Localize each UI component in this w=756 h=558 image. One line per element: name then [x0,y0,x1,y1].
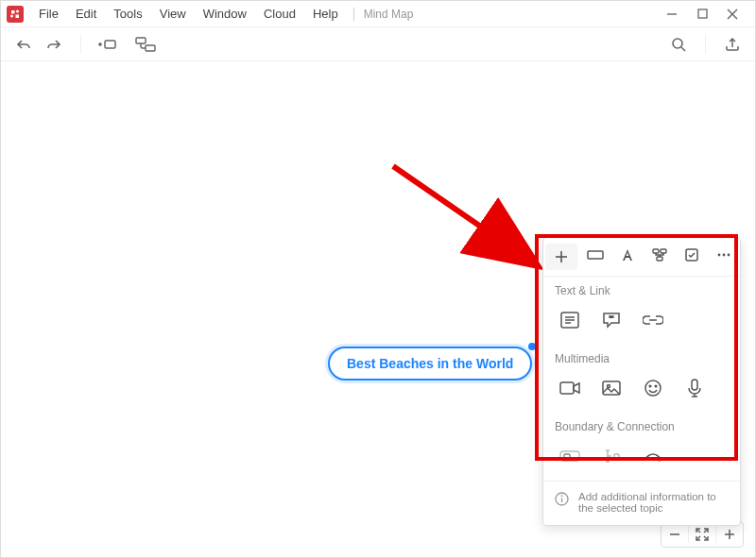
redo-button[interactable] [43,33,65,56]
panel-section-multimedia: Multimedia [543,345,740,413]
svg-point-22 [723,254,726,257]
svg-rect-35 [692,380,697,390]
panel-section-title: Multimedia [555,352,729,365]
svg-point-33 [649,385,651,387]
menu-window[interactable]: Window [196,3,254,25]
svg-rect-37 [564,454,570,458]
search-button[interactable] [667,33,690,56]
window-close-button[interactable] [725,7,740,22]
insert-link-button[interactable] [638,307,668,333]
central-topic[interactable]: Best Beaches in the World [328,347,532,380]
svg-rect-8 [105,41,115,48]
panel-footer-text: Add additional information to the select… [578,491,729,514]
menu-edit[interactable]: Edit [68,3,104,25]
insert-image-button[interactable] [596,375,627,401]
add-subtopic-button[interactable] [134,33,157,56]
svg-point-41 [561,495,563,497]
svg-rect-10 [146,45,155,51]
menu-file[interactable]: File [31,3,66,25]
properties-panel: Text & Link "" Multimedia [542,237,741,526]
svg-text:"": "" [610,315,613,321]
svg-point-21 [718,254,721,257]
window-minimize-button[interactable] [664,7,679,22]
toolbar-divider [705,35,706,54]
panel-section-boundary: Boundary & Connection [543,413,740,481]
menu-cloud[interactable]: Cloud [256,3,303,25]
menu-divider [353,8,354,21]
insert-boundary-button[interactable] [555,443,585,469]
svg-rect-9 [136,38,146,43]
panel-tab-insert[interactable] [545,244,577,270]
insert-comment-button[interactable]: "" [596,307,627,333]
undo-button[interactable] [12,33,35,56]
menubar: File Edit Tools View Window Cloud Help M… [1,1,755,27]
svg-rect-19 [657,257,662,261]
svg-point-1 [16,9,19,12]
window-controls [664,7,749,22]
svg-point-0 [10,14,13,17]
insert-relationship-button[interactable] [638,443,668,469]
svg-rect-3 [698,9,707,18]
toolbar [1,27,755,61]
panel-tab-task[interactable] [676,242,708,268]
menu-view[interactable]: View [152,3,194,25]
panel-section-text-link: Text & Link "" [543,277,740,345]
app-logo-icon [7,6,24,23]
panel-tab-structure[interactable] [644,242,676,268]
document-title: Mind Map [362,8,414,21]
panel-footer: Add additional information to the select… [543,481,740,525]
svg-rect-38 [614,454,619,458]
panel-tabs [543,238,740,277]
svg-rect-18 [661,249,666,253]
insert-emoji-button[interactable] [638,375,668,401]
svg-point-32 [645,380,661,396]
panel-tab-shape[interactable] [579,242,611,268]
insert-audio-button[interactable] [679,375,710,401]
svg-point-11 [673,39,682,48]
menu-help[interactable]: Help [305,3,346,25]
info-icon [555,492,569,506]
insert-note-button[interactable] [555,307,585,333]
add-topic-button[interactable] [96,33,119,56]
share-button[interactable] [721,33,744,56]
panel-section-title: Text & Link [555,284,729,297]
svg-line-12 [681,47,685,51]
svg-point-23 [728,254,730,257]
window-maximize-button[interactable] [695,7,710,22]
menu-tools[interactable]: Tools [106,3,149,25]
toolbar-divider [80,35,81,54]
panel-tab-font[interactable] [611,242,644,268]
svg-rect-17 [653,249,659,253]
panel-section-title: Boundary & Connection [555,420,729,433]
insert-summary-button[interactable] [596,443,627,469]
svg-point-34 [655,385,657,387]
svg-rect-29 [560,382,574,394]
insert-video-button[interactable] [555,375,585,401]
svg-rect-16 [588,251,603,259]
panel-tab-more[interactable] [708,242,740,268]
